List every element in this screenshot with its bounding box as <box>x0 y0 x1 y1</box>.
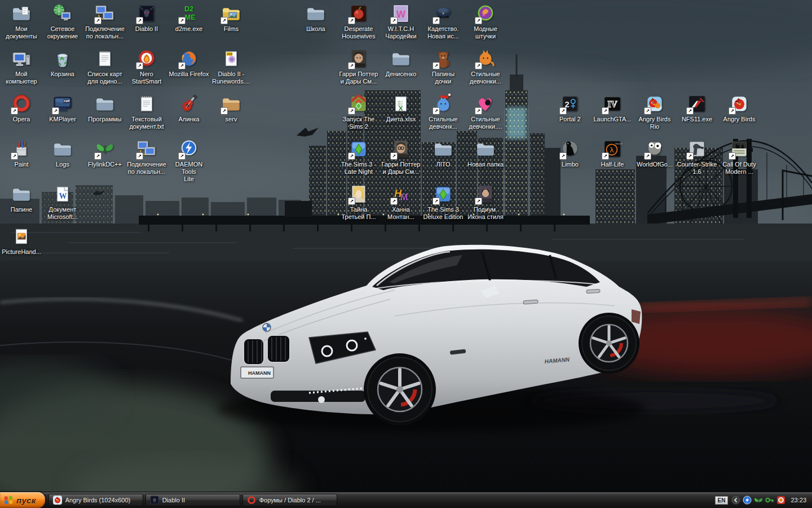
shortcut-arrow-icon: ↗ <box>390 152 398 160</box>
desktop-icon[interactable]: D2ME↗d2me.exe <box>167 3 210 33</box>
cod-icon: ↗ <box>729 139 749 159</box>
desktop-icon[interactable]: Школа <box>294 3 337 33</box>
desktop-icon[interactable]: W↗W.I.T.C.H Чародейки <box>379 3 422 40</box>
angry-icon <box>53 496 62 505</box>
nero-tray-icon[interactable] <box>776 496 785 505</box>
desktop-icon-label: Программы <box>88 116 121 123</box>
folder-icon <box>306 3 326 24</box>
desktop-icon[interactable]: ↗Гарри Поттер и Дары См... <box>379 139 422 176</box>
start-button[interactable]: пуск <box>0 492 45 508</box>
license-plate: HAMANN <box>241 367 273 378</box>
desktop-icon[interactable]: ↗Counter-Strike 1.6 <box>676 139 718 176</box>
desktop-icon[interactable]: ↗NFS11.exe <box>676 94 718 123</box>
front-wheel <box>368 357 432 422</box>
taskbar-task[interactable]: Angry Birds (1024x600) <box>48 494 143 506</box>
desktop-icon[interactable]: ↗Paint <box>0 139 43 168</box>
desktop-icon[interactable]: ↗Angry Birds <box>718 94 761 123</box>
paint-icon: ↗ <box>11 139 32 159</box>
desktop-icon[interactable]: Корзина <box>41 49 84 78</box>
daemon-icon: ↗ <box>179 139 199 159</box>
taskbar-task[interactable]: Форумы / Diablo 2 / ... <box>242 494 337 506</box>
nero-icon: ↗ <box>136 49 157 69</box>
desktop-icon-label: Стильные девчонк... <box>429 116 457 130</box>
desktop-icon-label: Гарри Поттер и Дары См... <box>382 161 421 176</box>
photo-podium-icon: ↗ <box>475 184 496 204</box>
desktop-icon[interactable]: ↗Angry Birds Rio <box>633 94 676 130</box>
desktop-icon[interactable]: ↗Limbo <box>549 139 592 168</box>
desktop-icon[interactable]: ↗Стильные девчонки.... <box>464 94 507 130</box>
daemon-tray-icon[interactable] <box>743 496 752 505</box>
desktop-icon[interactable]: ↗Подиум. Икона стиля <box>464 184 507 221</box>
fly-icon: ↗ <box>95 139 115 159</box>
photo-anime-icon: ↗ <box>348 184 369 204</box>
guitar-icon <box>179 94 199 114</box>
fly-tray-icon[interactable] <box>754 496 763 505</box>
desktop-icon[interactable]: Сетевое окружение <box>41 3 84 40</box>
svg-text:KMP: KMP <box>64 100 70 103</box>
desktop-icon[interactable]: Logs <box>41 139 84 168</box>
teddy-icon: ↗ <box>433 49 453 69</box>
desktop-icon[interactable]: Мой компьютер <box>0 49 43 85</box>
desktop-icon[interactable]: ↗Подключение по локальн... <box>83 3 126 40</box>
firefox-icon: ↗ <box>179 49 199 69</box>
desktop-icon[interactable]: ↗WorldOfGo... <box>633 139 676 168</box>
desktop-icon[interactable]: ↗Папины дочки <box>422 49 465 85</box>
desktop-icon[interactable]: IV↗LaunchGTA... <box>591 94 634 123</box>
desktop-icon[interactable]: Новая папка <box>464 139 507 168</box>
desktop-icon[interactable]: λGenLife↗Half-Life <box>591 139 634 168</box>
desktop-icon[interactable]: ↗Films <box>210 3 253 33</box>
desktop-icon-label: Nero StartSmart <box>132 71 162 85</box>
desktop-icon[interactable]: ↗Подключение по локальн... <box>125 139 168 176</box>
desktop-icon[interactable]: ↗FlylinkDC++ <box>83 139 126 168</box>
docs-folder-icon <box>11 3 32 24</box>
desktop-icon[interactable]: ↗The Sims 3 Deluxe Edition <box>422 184 465 221</box>
key-tray-icon[interactable] <box>765 496 774 505</box>
desktop-icon-label: NFS11.exe <box>682 116 712 123</box>
heart-cat-icon: ↗ <box>475 94 496 114</box>
desktop-icon[interactable]: ↗Стильные девчонк... <box>422 94 465 130</box>
photo-hp2-icon: ↗ <box>391 139 411 159</box>
desktop-icon[interactable]: 2↗Portal 2 <box>549 94 592 123</box>
image-file-icon <box>11 226 32 247</box>
desktop-icon[interactable]: ↗Opera <box>0 94 43 123</box>
desktop-icon[interactable]: ↗Call Of Duty Modern ... <box>718 139 761 176</box>
desktop-icon[interactable]: ЛІТО <box>422 139 465 168</box>
desktop-icon[interactable]: ↗Модные штучки <box>464 3 507 40</box>
desktop-icon[interactable]: ↗The Sims 3 - Late Night <box>337 139 380 176</box>
desktop-icon-label: Counter-Strike 1.6 <box>677 161 717 176</box>
desktop-icon[interactable]: ↗Desperate Housewives <box>337 3 380 40</box>
shortcut-arrow-icon: ↗ <box>602 152 609 160</box>
desktop-icon[interactable]: ↗Запуск The Sims 2 <box>337 94 380 130</box>
language-indicator[interactable]: EN <box>715 496 729 505</box>
desktop-icon[interactable]: PDFDiablo II - Runewords.... <box>210 49 253 85</box>
desktop-icon[interactable]: ↗DAEMON Tools Lite <box>167 139 210 183</box>
desktop-icon[interactable]: ↗Кадетство. Новая ис... <box>422 3 465 40</box>
desktop-icon[interactable]: HM↗Ханна Монтан... <box>379 184 422 221</box>
desktop-icon-label: KMPlayer <box>49 116 76 123</box>
desktop-icon[interactable]: ↗Тайна Третьей П... <box>337 184 380 221</box>
shortcut-arrow-icon: ↗ <box>729 152 736 160</box>
desktop-icon[interactable]: ↗Mozilla Firefox <box>167 49 210 78</box>
desktop-icon-label: WorldOfGo... <box>637 161 673 168</box>
desktop-icon[interactable]: ↗Nero StartSmart <box>125 49 168 85</box>
desktop-icon[interactable]: Список карт для одино... <box>83 49 126 85</box>
desktop-icon[interactable]: KMP↗KMPlayer <box>41 94 84 123</box>
taskbar-task[interactable]: Diablo II <box>145 494 240 506</box>
desktop-icon[interactable]: ↗Diablo II <box>125 3 168 33</box>
desktop-icon[interactable]: ↗Стильные девчонки... <box>464 49 507 85</box>
desktop-icon[interactable]: Алинка <box>167 94 210 123</box>
desktop-icon[interactable]: ↗Гарри Поттер и Дары См... <box>337 49 380 85</box>
desktop-icon[interactable]: Программы <box>83 94 126 123</box>
desktop-icon[interactable]: Папине <box>0 184 43 213</box>
shortcut-arrow-icon: ↗ <box>348 107 355 115</box>
shortcut-arrow-icon: ↗ <box>729 107 736 115</box>
desktop-icon[interactable]: ↗serv <box>210 94 253 123</box>
desktop-icon[interactable]: PictureHand... <box>0 226 43 256</box>
desktop-icon[interactable]: WДокумент Microsoft... <box>41 184 84 221</box>
shortcut-arrow-icon: ↗ <box>686 107 694 115</box>
desktop-icon[interactable]: XДиета.xlsx <box>379 94 422 123</box>
chevron-tray-icon[interactable] <box>731 496 740 505</box>
desktop-icon[interactable]: Мои документы <box>0 3 43 40</box>
desktop-icon[interactable]: Текстовый документ.txt <box>125 94 168 130</box>
desktop-icon[interactable]: Денисенко <box>379 49 422 78</box>
